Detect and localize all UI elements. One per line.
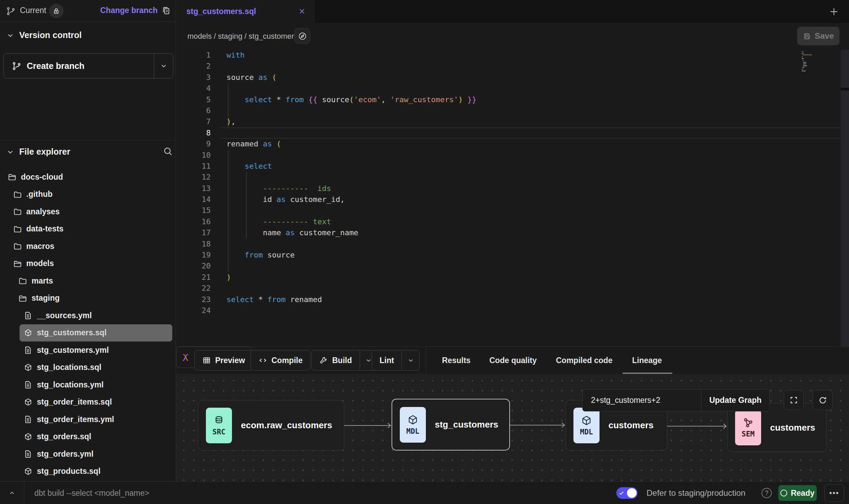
file-explorer-title: File explorer xyxy=(19,147,70,157)
line-number: 24 xyxy=(176,305,220,316)
minimap-line xyxy=(802,51,803,52)
code-line xyxy=(226,205,828,216)
command-input[interactable]: dbt build --select <model_name> xyxy=(34,482,149,504)
file-tree-item-data-tests[interactable]: data-tests xyxy=(0,220,176,238)
file-tree-item-stg-orders-sql[interactable]: stg_orders.sql xyxy=(0,428,176,446)
line-number: 23 xyxy=(176,294,220,305)
doc-icon xyxy=(24,415,33,424)
file-label: stg_orders.sql xyxy=(37,432,92,441)
file-tree-item-analyses[interactable]: analyses xyxy=(0,203,176,220)
tab-bar: stg_customers.sql xyxy=(176,0,849,23)
file-tree-item-models[interactable]: models xyxy=(0,255,176,273)
plus-icon xyxy=(828,6,840,17)
code-line: from source xyxy=(226,250,828,261)
file-tree-item-stg-orders-yml[interactable]: stg_orders.yml xyxy=(0,445,176,463)
tab-lineage[interactable]: Lineage xyxy=(632,347,662,374)
version-control-header[interactable]: Version control xyxy=(6,30,82,40)
code-line xyxy=(226,61,828,72)
tab-results[interactable]: Results xyxy=(442,347,470,374)
code-line: ) xyxy=(226,272,828,283)
chevron-down-icon xyxy=(160,62,167,70)
change-branch-link[interactable]: Change branch xyxy=(100,6,158,15)
preview-button[interactable]: Preview xyxy=(194,350,253,371)
new-tab-button[interactable] xyxy=(826,4,841,19)
lineage-node-source-ecom-raw-customers[interactable]: SRCecom.raw_customers xyxy=(198,400,344,451)
code-line: select xyxy=(226,161,828,172)
minimap-line xyxy=(803,65,807,66)
copy-icon[interactable] xyxy=(161,6,171,15)
node-label: customers xyxy=(770,422,815,433)
line-number: 11 xyxy=(176,161,220,172)
build-button[interactable]: Build xyxy=(311,350,378,371)
line-number: 19 xyxy=(176,250,220,261)
search-icon[interactable] xyxy=(163,146,173,156)
file-tree-item-stg-customers-yml[interactable]: stg_customers.yml xyxy=(0,341,176,359)
preview-label: Preview xyxy=(215,356,245,365)
compile-button[interactable]: Compile xyxy=(251,350,311,371)
file-tree-item-stg-order-items-yml[interactable]: stg_order_items.yml xyxy=(0,411,176,428)
file-tree-item-stg-locations-sql[interactable]: stg_locations.sql xyxy=(0,359,176,376)
folder-icon xyxy=(13,190,22,199)
tab-code-quality[interactable]: Code quality xyxy=(489,347,537,374)
file-tree-item-stg-products-sql[interactable]: stg_products.sql xyxy=(0,463,176,480)
file-tree-item--sources-yml[interactable]: __sources.yml xyxy=(0,307,176,324)
file-label: stg_locations.yml xyxy=(37,380,104,389)
create-branch-button[interactable]: Create branch xyxy=(3,53,173,79)
folder-icon xyxy=(13,225,22,233)
lineage-node-model-stg-customers[interactable]: MDLstg_customers xyxy=(392,399,510,451)
file-label: docs-cloud xyxy=(21,172,63,182)
code-content[interactable]: withsource as ( select * from {{ source(… xyxy=(226,50,828,316)
code-line: select * from {{ source('ecom', 'raw_cus… xyxy=(226,94,828,105)
more-options-button[interactable]: ••• xyxy=(824,484,844,502)
minimap[interactable] xyxy=(802,51,840,75)
file-tree-item-stg-customers-sql[interactable]: stg_customers.sql xyxy=(20,324,172,342)
cube-icon xyxy=(24,398,33,407)
ready-status-badge[interactable]: Ready xyxy=(778,485,817,501)
file-label: data-tests xyxy=(26,224,64,233)
tab-compiled-code[interactable]: Compiled code xyxy=(556,347,613,374)
line-number-gutter: 123456789101112131415161718192021222324 xyxy=(176,50,220,316)
file-tree-item-stg-locations-yml[interactable]: stg_locations.yml xyxy=(0,376,176,394)
file-tree-item--github[interactable]: .github xyxy=(0,186,176,203)
file-label: stg_order_items.sql xyxy=(37,397,112,407)
update-graph-button[interactable]: Update Graph xyxy=(701,389,770,411)
chevron-down-icon xyxy=(6,31,14,39)
file-explorer-header[interactable]: File explorer xyxy=(6,147,70,157)
refresh-button[interactable] xyxy=(813,390,833,410)
dbt-ide-window: Current Change branch Version control Cr… xyxy=(0,0,849,504)
scrollbar-thumb[interactable] xyxy=(841,88,849,91)
file-tree-item-docs-cloud[interactable]: docs-cloud xyxy=(0,168,176,186)
current-branch-label: Current xyxy=(20,6,46,15)
minimap-line xyxy=(802,53,804,53)
git-branch-icon xyxy=(6,7,15,16)
tab-stg-customers[interactable]: stg_customers.sql xyxy=(176,0,315,23)
scrollbar[interactable] xyxy=(841,50,849,346)
file-tree-item-staging[interactable]: staging xyxy=(0,290,176,307)
defer-toggle[interactable] xyxy=(616,487,638,499)
create-branch-dropdown[interactable] xyxy=(154,53,173,78)
expand-command-button[interactable] xyxy=(0,482,24,504)
line-number: 12 xyxy=(176,172,220,183)
code-line xyxy=(226,128,828,139)
lineage-filter-input[interactable] xyxy=(582,389,701,411)
file-tree-item-marts[interactable]: marts xyxy=(0,272,176,290)
code-editor[interactable]: 123456789101112131415161718192021222324 … xyxy=(176,50,849,346)
doc-icon xyxy=(24,311,33,320)
save-icon xyxy=(803,32,811,40)
line-number: 2 xyxy=(176,61,220,72)
file-label: __sources.yml xyxy=(37,311,92,320)
file-tree-item-stg-order-items-sql[interactable]: stg_order_items.sql xyxy=(0,394,176,411)
minimap-line xyxy=(802,69,803,70)
compass-icon[interactable] xyxy=(294,28,310,44)
code-line: select * from renamed xyxy=(226,294,828,305)
sidebar: Current Change branch Version control Cr… xyxy=(0,0,176,481)
file-tree-item-macros[interactable]: macros xyxy=(0,238,176,255)
close-icon[interactable] xyxy=(298,7,306,15)
lint-button[interactable]: Lint xyxy=(372,350,420,371)
lint-dropdown[interactable] xyxy=(402,350,419,370)
help-icon[interactable]: ? xyxy=(761,488,772,498)
line-number: 1 xyxy=(176,50,220,61)
fullscreen-button[interactable] xyxy=(784,390,804,410)
save-button[interactable]: Save xyxy=(797,27,839,45)
file-label: stg_order_items.yml xyxy=(37,415,114,424)
